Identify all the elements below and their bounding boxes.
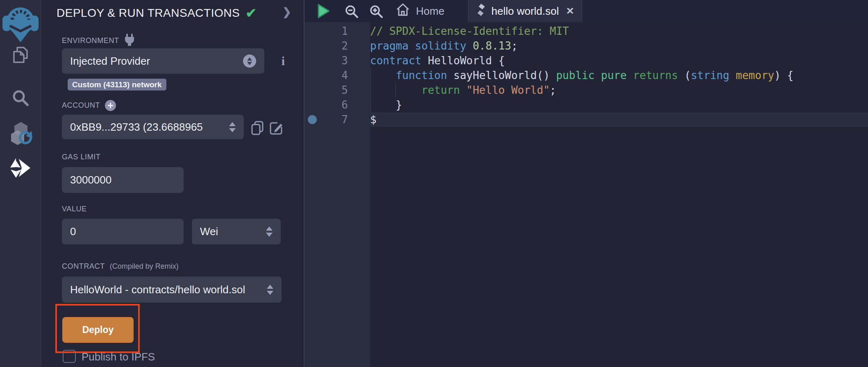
deploy-button[interactable]: Deploy — [62, 317, 134, 343]
account-select[interactable]: 0xBB9...29733 (23.6688965 — [62, 115, 244, 139]
home-icon — [395, 2, 410, 20]
code-lines: 1// SPDX-License-Identifier: MIT2pragma … — [304, 24, 868, 127]
file-explorer-icon[interactable] — [10, 46, 31, 69]
gas-limit-value: 3000000 — [70, 174, 175, 186]
tab-home[interactable]: Home — [392, 0, 448, 22]
value-unit-select[interactable]: Wei — [192, 219, 281, 245]
solidity-file-icon — [476, 3, 486, 19]
remix-ide-window: DEPLOY & RUN TRANSACTIONS ✔ ❯ ENVIRONMEN… — [0, 0, 868, 367]
code-editor: Home hello world.sol ✕ 1// SPDX-License-… — [304, 0, 868, 367]
line-number[interactable]: 2 — [304, 39, 370, 53]
deploy-run-icon[interactable] — [9, 157, 32, 180]
value-amount: 0 — [70, 225, 175, 238]
contract-label: CONTRACT — [62, 262, 105, 271]
contract-select[interactable]: HelloWorld - contracts/hello world.sol — [62, 276, 282, 303]
deploy-run-panel: DEPLOY & RUN TRANSACTIONS ✔ ❯ ENVIRONMEN… — [41, 0, 304, 367]
publish-ipfs-label: Publish to IPFS — [82, 351, 155, 363]
panel-title-text: DEPLOY & RUN TRANSACTIONS — [57, 7, 240, 20]
tab-file-label: hello world.sol — [491, 5, 559, 18]
environment-label-row: ENVIRONMENT — [62, 34, 135, 48]
account-select-arrows-icon — [229, 122, 236, 132]
plug-icon — [124, 34, 135, 48]
line-number[interactable]: 3 — [304, 53, 370, 68]
copy-account-icon[interactable] — [250, 120, 264, 137]
contract-select-arrows-icon — [267, 285, 273, 295]
publish-ipfs-checkbox[interactable] — [63, 350, 76, 363]
code-line[interactable]: 1// SPDX-License-Identifier: MIT — [304, 24, 868, 39]
value-input[interactable]: 0 — [62, 219, 184, 245]
value-unit-arrows-icon — [266, 227, 273, 237]
run-script-icon[interactable] — [315, 3, 332, 21]
account-label: ACCOUNT — [62, 101, 100, 110]
zoom-out-icon[interactable] — [345, 5, 359, 20]
sign-message-icon[interactable] — [269, 120, 284, 137]
code-line-text: pragma solidity 0.8.13; — [370, 39, 518, 53]
code-line-text: $ — [370, 112, 377, 127]
network-badge: Custom (43113) network — [68, 79, 166, 91]
code-line[interactable]: 2pragma solidity 0.8.13; — [304, 39, 868, 53]
compile-success-check-icon: ✔ — [245, 5, 257, 21]
environment-value: Injected Provider — [70, 55, 240, 68]
line-number[interactable]: 6 — [304, 97, 370, 112]
environment-info-icon[interactable]: i — [276, 54, 291, 68]
code-line-text: } — [370, 97, 402, 112]
line-number[interactable]: 5 — [304, 83, 370, 97]
code-line[interactable]: 7$ — [304, 112, 868, 127]
gas-limit-input[interactable]: 3000000 — [62, 167, 184, 193]
code-line[interactable]: 5 return "Hello World"; — [304, 83, 868, 97]
account-label-row: ACCOUNT — [62, 100, 116, 111]
code-area[interactable]: 1// SPDX-License-Identifier: MIT2pragma … — [304, 22, 868, 367]
search-icon[interactable] — [11, 88, 30, 109]
code-line-text: function sayHelloWorld() public pure ret… — [370, 68, 793, 83]
code-line-text: // SPDX-License-Identifier: MIT — [370, 24, 569, 39]
environment-label: ENVIRONMENT — [62, 36, 119, 45]
editor-tabbar: Home hello world.sol ✕ — [304, 0, 868, 22]
add-account-icon[interactable] — [105, 100, 116, 111]
line-number[interactable]: 7 — [304, 112, 370, 127]
code-line-text: contract HelloWorld { — [370, 53, 505, 68]
code-line-text: return "Hello World"; — [370, 83, 556, 97]
code-line[interactable]: 4 function sayHelloWorld() public pure r… — [304, 68, 868, 83]
icon-sidebar — [0, 0, 41, 367]
environment-select[interactable]: Injected Provider — [62, 48, 264, 74]
remix-logo[interactable] — [2, 2, 39, 45]
zoom-in-icon[interactable] — [369, 5, 383, 20]
value-unit: Wei — [200, 225, 263, 238]
panel-collapse-chevron-icon[interactable]: ❯ — [282, 6, 291, 18]
environment-select-arrows-icon — [243, 54, 256, 68]
code-line[interactable]: 6 } — [304, 97, 868, 112]
contract-sublabel: (Compiled by Remix) — [110, 262, 179, 271]
line-number[interactable]: 1 — [304, 24, 370, 39]
close-tab-icon[interactable]: ✕ — [566, 5, 574, 17]
panel-title: DEPLOY & RUN TRANSACTIONS ✔ — [57, 5, 257, 21]
contract-value: HelloWorld - contracts/hello world.sol — [70, 283, 264, 296]
value-label: VALUE — [62, 205, 87, 213]
code-line[interactable]: 3contract HelloWorld { — [304, 53, 868, 68]
tab-hello-world-sol[interactable]: hello world.sol ✕ — [468, 0, 582, 22]
account-value: 0xBB9...29733 (23.6688965 — [70, 121, 226, 134]
solidity-compiler-icon[interactable] — [7, 121, 34, 149]
line-number[interactable]: 4 — [304, 68, 370, 83]
gas-limit-label: GAS LIMIT — [62, 153, 100, 161]
contract-label-row: CONTRACT (Compiled by Remix) — [62, 262, 179, 271]
tab-home-label: Home — [416, 5, 444, 18]
